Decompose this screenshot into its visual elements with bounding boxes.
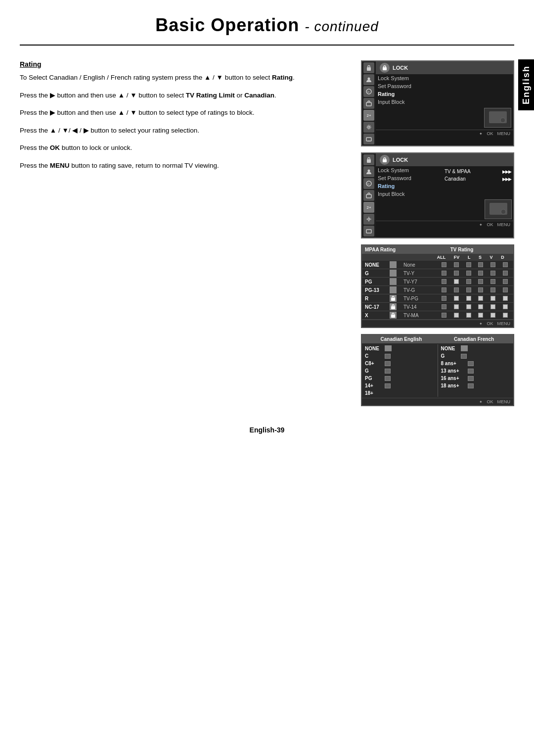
cb-r-5 <box>490 296 495 301</box>
svg-text:R: R <box>367 183 370 186</box>
section-title: Rating <box>20 60 341 68</box>
cb-pg13-1 <box>442 287 446 292</box>
ok-label-1: OK <box>487 131 493 136</box>
paragraph-6: Press the MENU button to rating save, re… <box>20 160 341 171</box>
can-fr-18ans-cb <box>468 383 474 388</box>
tv-pg: TV-PG <box>399 296 439 301</box>
page-title: Basic Operation - continued <box>155 15 379 35</box>
menu-item-rating-2: Rating <box>376 182 443 190</box>
svg-rect-15 <box>366 194 371 198</box>
menu-label-4: MENU <box>497 399 511 404</box>
can-eng-pg-label: PG <box>365 376 383 381</box>
can-fr-g-cb <box>461 354 467 359</box>
side-icon-rating: R <box>363 86 374 97</box>
can-fr-13ans-cb <box>468 369 474 374</box>
main-content: Rating To Select Canadian / English / Fr… <box>0 46 534 406</box>
option-canadian: Canadian ▶▶▶ <box>445 175 511 183</box>
lock-icon-none <box>390 261 397 268</box>
mpaa-pg: PG <box>365 279 390 284</box>
can-fr-16ans-cb <box>468 376 474 381</box>
page-title-area: Basic Operation - continued <box>20 0 514 46</box>
svg-rect-0 <box>367 67 371 71</box>
can-fr-16ans-label: 16 ans+ <box>441 376 466 381</box>
col-l: L <box>468 255 471 260</box>
can-eng-g-label: G <box>365 368 383 374</box>
side-icon-settings <box>363 122 374 133</box>
can-eng-c: C <box>364 352 436 360</box>
menu-header-1: LOCK <box>376 61 513 74</box>
lock-title-1: LOCK <box>393 65 408 71</box>
cb-none-4 <box>478 262 483 267</box>
svg-rect-21 <box>391 298 395 301</box>
ok-menu-bar-4: ✦ OK MENU <box>362 398 513 405</box>
mpaa-r: R <box>365 296 390 301</box>
svg-text:R: R <box>367 91 370 94</box>
menu-content-1: LOCK Lock System Set Password Rating Inp… <box>376 61 513 145</box>
can-fr-8ans-label: 8 ans+ <box>441 361 466 366</box>
lock-header-icon-2 <box>380 155 390 165</box>
can-fr-none-icon <box>461 345 468 351</box>
english-tab: English <box>518 59 534 110</box>
can-fr-none: NONE <box>440 344 512 352</box>
menu-item-input-block-2: Input Block <box>376 190 443 198</box>
rating-row-nc17: NC-17 TV-14 <box>362 303 513 311</box>
tv-header: TV Rating <box>413 247 510 252</box>
svg-rect-4 <box>366 102 371 106</box>
lock-icon-pg <box>390 278 397 285</box>
cb-nc17-4 <box>478 304 483 309</box>
tv-mpaa-arrow: ▶▶▶ <box>502 169 511 174</box>
svg-point-20 <box>501 209 506 214</box>
lock-icon-x <box>390 312 397 319</box>
tv-y7: TV-Y7 <box>399 279 439 284</box>
can-eng-none-label: NONE <box>365 346 383 351</box>
cb-none-6 <box>503 262 508 267</box>
can-fr-g-label: G <box>441 353 459 359</box>
lock-icon-pg13 <box>390 286 397 293</box>
canadian-english-header: Canadian English <box>365 336 438 342</box>
cb-pg13-3 <box>466 287 471 292</box>
mpaa-pg13: PG-13 <box>365 287 390 293</box>
can-fr-8ans: 8 ans+ <box>440 360 512 367</box>
cb-r-6 <box>503 296 508 301</box>
paragraph-4: Press the ▲ / ▼/ ◀ / ▶ button to select … <box>20 125 341 136</box>
lock-icon-g <box>390 270 397 277</box>
cb-g-3 <box>466 271 471 276</box>
cb-pg-2 <box>454 279 459 284</box>
tv-y: TV-Y <box>399 271 439 276</box>
cb-x-4 <box>478 313 483 318</box>
checkboxes-r <box>439 296 510 301</box>
menu-label-1: MENU <box>497 131 511 136</box>
menu-label-3: MENU <box>497 321 511 326</box>
cb-nc17-3 <box>466 304 471 309</box>
can-eng-14-label: 14+ <box>365 383 383 388</box>
side-icon-tv-2 <box>363 226 374 236</box>
lock-title-2: LOCK <box>393 157 408 163</box>
can-eng-14-cb <box>385 383 391 388</box>
ok-menu-bar-3: ✦ OK MENU <box>362 320 513 327</box>
side-icon-person-2 <box>363 166 374 177</box>
checkboxes-none <box>439 262 510 267</box>
title-suffix: - continued <box>305 19 379 34</box>
side-icon-num: 2+ <box>363 110 374 121</box>
rating-table-header: MPAA Rating TV Rating <box>362 245 513 254</box>
menu-right-options: TV & MPAA ▶▶▶ Canadian ▶▶▶ <box>443 166 513 198</box>
cb-r-1 <box>442 296 446 301</box>
tv-g: TV-G <box>399 287 439 293</box>
svg-point-10 <box>500 118 505 123</box>
ok-label-2: OK <box>487 222 493 227</box>
mpaa-none: NONE <box>365 262 390 268</box>
cb-nc17-6 <box>503 304 508 309</box>
side-icons-col-2: R 2+ <box>362 153 376 237</box>
mpaa-header: MPAA Rating <box>365 247 413 252</box>
ok-label-3: OK <box>487 321 493 326</box>
page-number: English-39 <box>250 426 285 434</box>
tv-14: TV-14 <box>399 304 439 310</box>
cb-none-3 <box>466 262 471 267</box>
side-icon-lock-2 <box>363 154 374 165</box>
cb-x-2 <box>454 313 459 318</box>
can-eng-none-icon <box>385 345 392 351</box>
lock-screenshot-1: R 2+ <box>361 60 514 146</box>
title-text: Basic Operation <box>155 15 299 35</box>
rating-screenshot: MPAA Rating TV Rating ALL FV L S V D NON… <box>361 244 514 328</box>
rating-row-g: G TV-Y <box>362 269 513 278</box>
